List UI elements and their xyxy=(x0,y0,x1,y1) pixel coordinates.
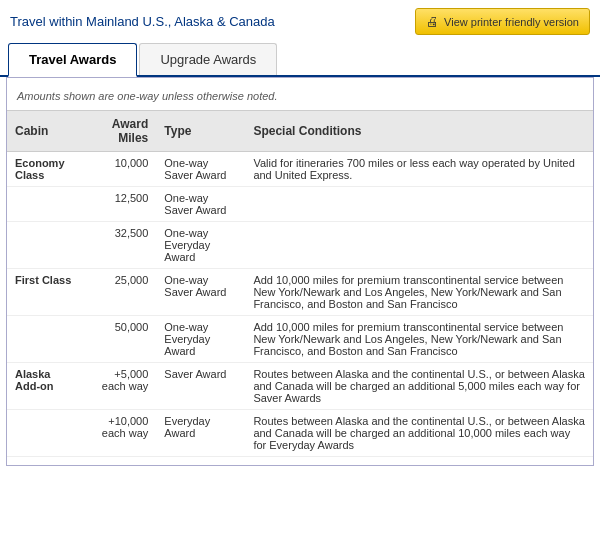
page-title: Travel within Mainland U.S., Alaska & Ca… xyxy=(10,14,275,29)
printer-button-label: View printer friendly version xyxy=(444,16,579,28)
col-type: Type xyxy=(156,111,245,152)
cabin-cell xyxy=(7,316,83,363)
miles-cell: 25,000 xyxy=(83,269,156,316)
miles-cell: 50,000 xyxy=(83,316,156,363)
table-row: +10,000 each wayEveryday AwardRoutes bet… xyxy=(7,410,593,457)
col-cabin: Cabin xyxy=(7,111,83,152)
miles-cell: 10,000 xyxy=(83,152,156,187)
cabin-name: First Class xyxy=(15,274,71,286)
table-row: Economy Class10,000One-way Saver AwardVa… xyxy=(7,152,593,187)
col-conditions: Special Conditions xyxy=(245,111,593,152)
conditions-cell xyxy=(245,222,593,269)
conditions-cell: Routes between Alaska and the continenta… xyxy=(245,410,593,457)
tab-travel-awards[interactable]: Travel Awards xyxy=(8,43,137,77)
type-cell: One-way Saver Award xyxy=(156,187,245,222)
content-area: Amounts shown are one-way unless otherwi… xyxy=(6,77,594,466)
type-cell: One-way Everyday Award xyxy=(156,222,245,269)
conditions-cell: Routes between Alaska and the continenta… xyxy=(245,363,593,410)
awards-table: Cabin Award Miles Type Special Condition… xyxy=(7,110,593,457)
table-row: 50,000One-way Everyday AwardAdd 10,000 m… xyxy=(7,316,593,363)
page-header: Travel within Mainland U.S., Alaska & Ca… xyxy=(0,0,600,43)
conditions-cell xyxy=(245,187,593,222)
conditions-cell: Add 10,000 miles for premium transcontin… xyxy=(245,269,593,316)
table-row: 32,500One-way Everyday Award xyxy=(7,222,593,269)
table-row: Alaska Add-on+5,000 each waySaver AwardR… xyxy=(7,363,593,410)
printer-icon: 🖨 xyxy=(426,14,439,29)
cabin-cell xyxy=(7,222,83,269)
miles-cell: +10,000 each way xyxy=(83,410,156,457)
type-cell: One-way Saver Award xyxy=(156,269,245,316)
table-row: First Class25,000One-way Saver AwardAdd … xyxy=(7,269,593,316)
table-header-row: Cabin Award Miles Type Special Condition… xyxy=(7,111,593,152)
cabin-cell xyxy=(7,410,83,457)
type-cell: Saver Award xyxy=(156,363,245,410)
type-cell: Everyday Award xyxy=(156,410,245,457)
cabin-cell xyxy=(7,187,83,222)
tab-bar: Travel Awards Upgrade Awards xyxy=(0,43,600,77)
cabin-cell: Economy Class xyxy=(7,152,83,187)
type-cell: One-way Saver Award xyxy=(156,152,245,187)
tab-upgrade-awards-label: Upgrade Awards xyxy=(160,52,256,67)
miles-cell: 12,500 xyxy=(83,187,156,222)
cabin-cell: Alaska Add-on xyxy=(7,363,83,410)
cabin-name: Economy Class xyxy=(15,157,65,181)
conditions-cell: Add 10,000 miles for premium transcontin… xyxy=(245,316,593,363)
table-body: Economy Class10,000One-way Saver AwardVa… xyxy=(7,152,593,457)
note-text: Amounts shown are one-way unless otherwi… xyxy=(7,86,593,110)
tab-upgrade-awards[interactable]: Upgrade Awards xyxy=(139,43,277,75)
cabin-cell: First Class xyxy=(7,269,83,316)
cabin-name: Alaska Add-on xyxy=(15,368,53,392)
type-cell: One-way Everyday Award xyxy=(156,316,245,363)
miles-cell: +5,000 each way xyxy=(83,363,156,410)
printer-button[interactable]: 🖨 View printer friendly version xyxy=(415,8,590,35)
table-row: 12,500One-way Saver Award xyxy=(7,187,593,222)
col-miles: Award Miles xyxy=(83,111,156,152)
tab-travel-awards-label: Travel Awards xyxy=(29,52,116,67)
miles-cell: 32,500 xyxy=(83,222,156,269)
conditions-cell: Valid for itineraries 700 miles or less … xyxy=(245,152,593,187)
